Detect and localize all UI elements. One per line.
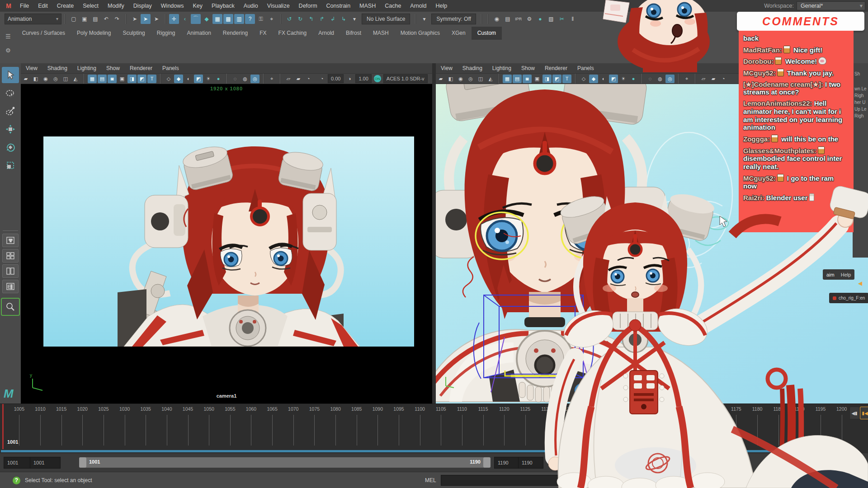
redo-icon[interactable]: ↷ (112, 14, 122, 24)
render-settings-icon[interactable]: ⚙ (524, 14, 534, 24)
film-gate-icon[interactable]: ▤ (98, 75, 107, 83)
vp-left-menu-renderer[interactable]: Renderer (125, 65, 157, 71)
timeline-playhead[interactable] (2, 404, 4, 449)
select-hierarchy-icon[interactable]: ➤ (130, 14, 140, 24)
history-input-icon[interactable]: ↺ (284, 14, 294, 24)
shelf-tab-bifrost[interactable]: Bifrost (340, 27, 367, 40)
shelf-tab-fx-caching[interactable]: FX Caching (273, 27, 313, 40)
camera-attrs-icon[interactable]: ◧ (31, 75, 40, 83)
multisample-icon[interactable]: ◍ (241, 75, 250, 83)
safe-title-icon[interactable]: T (147, 75, 156, 83)
shadows-icon[interactable]: ☀ (619, 75, 628, 83)
vp-right-menu-view[interactable]: View (436, 65, 458, 71)
grid-icon[interactable]: ▦ (88, 75, 97, 83)
xray-joints-icon[interactable]: ▰ (709, 75, 718, 83)
grid-icon[interactable]: ▦ (503, 75, 512, 83)
use-all-lights-icon[interactable]: ◩ (609, 75, 618, 83)
snap-frames-icon[interactable]: ▥ (234, 14, 244, 24)
shaded-icon[interactable]: ◆ (589, 75, 598, 83)
gamma-icon[interactable]: ◑ (345, 75, 354, 83)
camera-select-icon[interactable]: ▰ (21, 75, 30, 83)
vp-left-menu-shading[interactable]: Shading (42, 65, 72, 71)
shelf-tab-xgen[interactable]: XGen (446, 27, 472, 40)
snap-grid-icon[interactable]: ✛ (169, 14, 179, 24)
layout-two-pane-button[interactable] (2, 264, 19, 278)
move-tool-button[interactable] (2, 121, 19, 137)
lasso-tool-button[interactable] (2, 85, 19, 101)
safe-action-icon[interactable]: ◩ (137, 75, 146, 83)
range-slider[interactable]: 1001 1190 (79, 457, 491, 468)
shelf-tab-poly-modeling[interactable]: Poly Modeling (71, 27, 117, 40)
vp-right-menu-show[interactable]: Show (516, 65, 540, 71)
menu-help[interactable]: Help (431, 0, 452, 12)
maya-home-icon[interactable]: M (4, 2, 14, 10)
film-gate-icon[interactable]: ▤ (513, 75, 522, 83)
menu-cache[interactable]: Cache (380, 0, 406, 12)
menu-arnold[interactable]: Arnold (406, 0, 431, 12)
2d-pan-zoom-icon[interactable]: ◫ (61, 75, 70, 83)
xray-joints-icon[interactable]: ▰ (294, 75, 303, 83)
menu-playback[interactable]: Playback (207, 0, 239, 12)
history-up-icon[interactable]: ↲ (328, 14, 338, 24)
shaded-icon[interactable]: ◆ (174, 75, 183, 83)
wireframe-icon[interactable]: ◇ (164, 75, 173, 83)
overscan-icon[interactable]: ◭ (71, 75, 80, 83)
isolate-select-icon[interactable]: ⌖ (682, 75, 691, 83)
outliner-panel-button[interactable] (2, 280, 19, 293)
color-management-toggle-icon[interactable]: ON (374, 75, 381, 82)
gamma-field[interactable]: 1.00 (355, 74, 371, 83)
scale-tool-button[interactable] (2, 157, 19, 174)
menu-mash[interactable]: MASH (355, 0, 380, 12)
layout-single-pane-button[interactable] (2, 234, 19, 247)
vp-right-menu-shading[interactable]: Shading (458, 65, 487, 71)
pause-viewport-icon[interactable]: ‖ (568, 14, 578, 24)
image-plane-icon[interactable]: ◎ (466, 75, 475, 83)
menu-file[interactable]: File (15, 0, 33, 12)
render-frame-icon[interactable]: ▤ (503, 14, 513, 24)
history-down-icon[interactable]: ↳ (339, 14, 349, 24)
motion-blur-icon[interactable]: ◌ (231, 75, 240, 83)
shelf-tab-custom[interactable]: Custom (472, 27, 502, 40)
exposure-toggle-icon[interactable]: ◔ (304, 75, 313, 83)
history-output-icon[interactable]: ↻ (295, 14, 305, 24)
shelf-tab-sculpting[interactable]: Sculpting (117, 27, 151, 40)
shelf-tab-rigging[interactable]: Rigging (151, 27, 181, 40)
shelf-tab-mash[interactable]: MASH (367, 27, 395, 40)
open-scene-icon[interactable]: ▣ (80, 14, 90, 24)
vp-right-menu-lighting[interactable]: Lighting (487, 65, 516, 71)
resolution-gate-icon[interactable]: ◙ (523, 75, 532, 83)
exposure-toggle-icon[interactable]: ◔ (719, 75, 728, 83)
bookmark-icon[interactable]: ◉ (456, 75, 465, 83)
snap-projected-icon[interactable]: ◆ (202, 14, 212, 24)
shelf-gear-icon[interactable]: ⚙ (5, 47, 11, 54)
shelf-tab-motion-graphics[interactable]: Motion Graphics (395, 27, 446, 40)
textured-icon[interactable]: ◐ (184, 75, 193, 83)
snap-view-icon[interactable]: ▦ (212, 14, 222, 24)
exposure-icon[interactable]: ◔ (317, 75, 326, 83)
snap-curve-icon[interactable]: ‹ (180, 14, 190, 24)
depth-peeling-icon[interactable]: ◎ (665, 75, 675, 83)
depth-peeling-icon[interactable]: ◎ (250, 75, 259, 83)
menu-visualize[interactable]: Visualize (263, 0, 294, 12)
symmetry-field[interactable]: Symmetry: Off (431, 14, 476, 24)
select-object-icon[interactable]: ➤ (141, 14, 151, 24)
construction-history-icon[interactable]: ↰ (306, 14, 316, 24)
overscan-icon[interactable]: ◭ (486, 75, 495, 83)
vp-left-menu-show[interactable]: Show (101, 65, 125, 71)
rotate-tool-button[interactable] (2, 139, 19, 155)
shelf-menu-icon[interactable]: ☰ (0, 33, 16, 40)
gate-mask-icon[interactable]: ▣ (533, 75, 542, 83)
viewport-divider[interactable] (432, 63, 436, 404)
paint-select-tool-button[interactable] (2, 103, 19, 119)
texture-view-icon[interactable]: ▧ (546, 14, 556, 24)
shelf-tab-rendering[interactable]: Rendering (217, 27, 254, 40)
motion-blur-icon[interactable]: ◌ (646, 75, 655, 83)
isolate-select-icon[interactable]: ⌖ (267, 75, 276, 83)
safe-title-icon[interactable]: T (562, 75, 571, 83)
wireframe-icon[interactable]: ◇ (579, 75, 588, 83)
no-live-surface-field[interactable]: No Live Surface (362, 14, 410, 24)
bookmark-icon[interactable]: ◉ (41, 75, 50, 83)
highlight-selection-icon[interactable]: ⌖ (267, 14, 277, 24)
select-component-icon[interactable]: ➤ (151, 14, 161, 24)
rebuild-icon[interactable]: ↱ (317, 14, 327, 24)
